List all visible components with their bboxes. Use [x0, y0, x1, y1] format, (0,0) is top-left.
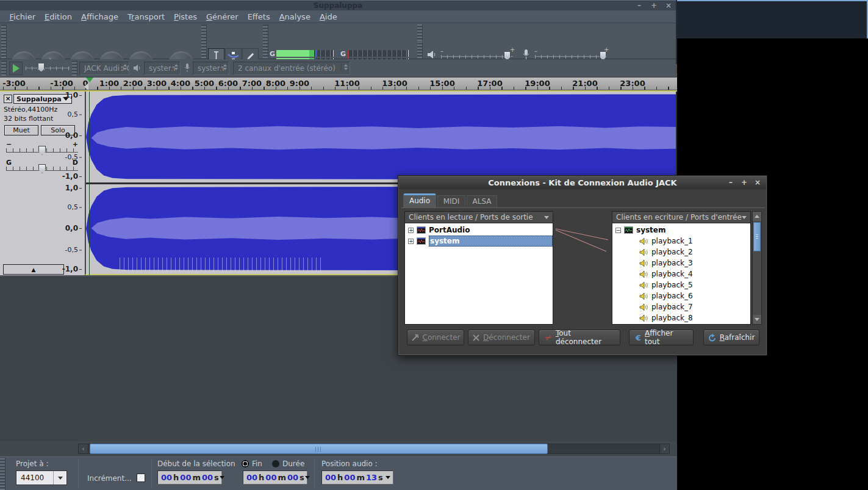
deconnecter-button[interactable]: Déconnecter [468, 330, 535, 345]
tree-row-system-in[interactable]: − system [612, 225, 750, 236]
time-digit: 00 [202, 473, 213, 482]
tree-row-playback_6[interactable]: playback_6 [612, 290, 750, 301]
dialog-scrollbar-thumb[interactable] [753, 222, 761, 251]
dialog-scroll-up-button[interactable] [753, 212, 761, 221]
selection-end-field[interactable]: 00h00m00s [243, 470, 307, 485]
tree-row-playback_4[interactable]: playback_4 [612, 268, 750, 279]
time-field-arrow-icon[interactable] [305, 476, 310, 479]
dialog-scroll-down-button[interactable] [753, 315, 761, 324]
time-digit: 13 [366, 473, 377, 482]
expander-icon[interactable]: − [615, 228, 621, 233]
input-channels-combo[interactable]: 2 canaux d'entrée (stéréo) [233, 62, 350, 75]
readable-header-dropdown-icon [544, 216, 549, 219]
time-unit: m [192, 473, 201, 482]
playback-meter-grabber[interactable] [263, 24, 268, 58]
tree-row-playback_5[interactable]: playback_5 [612, 279, 750, 290]
ruler-label: 3:00 [147, 79, 167, 88]
selection-toolbar-grabber[interactable] [0, 458, 5, 490]
close-button[interactable]: × [662, 1, 675, 10]
writable-clients-header[interactable]: Clients en ecriture / Ports d'entrée [612, 212, 750, 223]
horizontal-scrollbar-thumb[interactable] [90, 444, 548, 454]
radio-duration[interactable]: Durée [272, 459, 304, 468]
snap-label: Incrément... [87, 474, 132, 483]
waveform-channel-1[interactable] [86, 92, 676, 182]
jack-maximize-button[interactable]: + [737, 176, 751, 189]
connecter-button[interactable]: Connecter [407, 330, 464, 345]
gain-thumb[interactable] [38, 146, 46, 155]
scroll-left-button[interactable]: ‹ [78, 444, 88, 454]
timeline-ruler[interactable]: -3:00-1:0001:002:003:004:005:006:007:008… [0, 77, 677, 90]
transcription-grabber[interactable] [1, 60, 7, 76]
mixer-grabber[interactable] [417, 24, 423, 41]
transport-grabber[interactable] [1, 24, 7, 58]
radio-duration-icon[interactable] [272, 460, 279, 467]
readable-clients-tree[interactable]: Clients en lecture / Ports de sortie + P… [404, 211, 553, 325]
time-digit: 00 [246, 473, 257, 482]
menu-pistes[interactable]: Pistes [170, 12, 202, 21]
tree-row-playback_7[interactable]: playback_7 [612, 301, 750, 312]
menu-edition[interactable]: Edition [40, 12, 77, 21]
expander-icon[interactable]: + [408, 239, 414, 244]
radio-end[interactable]: Fin [242, 459, 262, 468]
radio-end-icon[interactable] [242, 460, 249, 467]
device-grabber[interactable] [72, 60, 77, 76]
audio-position-field[interactable]: 00h00m13s [321, 470, 393, 485]
readable-clients-header[interactable]: Clients en lecture / Ports de sortie [405, 212, 553, 223]
time-field-arrow-icon[interactable] [386, 476, 390, 479]
refresh-icon [708, 334, 716, 342]
menu-affichage[interactable]: Affichage [76, 12, 123, 21]
jack-dialog-title: Connexions - Kit de Connexion Audio JACK [488, 178, 676, 187]
tab-alsa[interactable]: ALSA [467, 195, 497, 207]
playback-speed-slider[interactable] [26, 64, 70, 73]
menu-aide[interactable]: Aide [315, 12, 342, 21]
tree-row-playback_3[interactable]: playback_3 [612, 258, 750, 268]
snap-checkbox[interactable] [137, 474, 145, 482]
menu-effets[interactable]: Effets [243, 12, 274, 21]
dialog-scrollbar[interactable] [752, 211, 762, 325]
track-collapse-button[interactable]: ▲ [3, 264, 64, 275]
tab-midi[interactable]: MIDI [437, 195, 465, 207]
time-field-arrow-icon[interactable] [220, 476, 224, 479]
rafraichir-button[interactable]: Rafraîchir [703, 330, 759, 345]
host-combo[interactable]: JACK Audio Co [79, 62, 129, 75]
jack-dialog-titlebar[interactable]: Connexions - Kit de Connexion Audio JACK [399, 176, 766, 189]
scroll-right-button[interactable]: › [659, 444, 670, 454]
minimize-button[interactable]: – [633, 1, 645, 10]
tree-row-playback_2[interactable]: playback_2 [612, 247, 750, 258]
menu-fichier[interactable]: Fichier [5, 12, 40, 21]
menu-transport[interactable]: Transport [123, 12, 170, 21]
track-close-button[interactable]: × [4, 95, 12, 103]
tree-row-portaudio[interactable]: + PortAudio [405, 225, 553, 236]
project-rate-combo[interactable]: 44100 [16, 470, 67, 485]
tab-audio[interactable]: Audio [403, 193, 436, 207]
menu-generer[interactable]: Générer [201, 12, 243, 21]
tree-row-playback_8[interactable]: playback_8 [612, 312, 750, 323]
menu-analyse[interactable]: Analyse [274, 12, 315, 21]
playback-speed-thumb[interactable] [38, 63, 45, 72]
input-device-combo[interactable]: system [193, 62, 229, 75]
output-device-combo[interactable]: system [144, 62, 181, 75]
title-bar[interactable]: Suppaluppa – + × [0, 0, 676, 10]
selected-client[interactable]: system [429, 236, 553, 247]
pan-thumb[interactable] [38, 164, 46, 173]
playhead-marker-icon[interactable] [86, 77, 93, 82]
edit-grabber[interactable] [417, 42, 423, 58]
writable-clients-tree[interactable]: Clients en ecriture / Ports d'entrée − s… [612, 211, 751, 325]
tools-grabber[interactable] [201, 24, 207, 58]
jack-close-button[interactable]: × [751, 176, 764, 189]
jack-minimize-button[interactable]: – [724, 176, 737, 189]
playback-meter-bar-left[interactable] [276, 50, 334, 57]
mute-button[interactable]: Muet [4, 125, 38, 135]
recording-meter-bar-left[interactable] [348, 50, 409, 57]
afficher-tout-button[interactable]: €Afficher tout [629, 330, 694, 345]
expander-icon[interactable]: + [408, 228, 414, 233]
tree-row-system-out[interactable]: + system [405, 236, 553, 247]
tree-row-playback_1[interactable]: playback_1 [612, 236, 750, 247]
tout-deconnecter-button[interactable]: ✂Tout déconnecter [539, 330, 620, 345]
time-digit: 00 [287, 473, 298, 482]
selection-start-field[interactable]: 00h00m00s [157, 470, 222, 485]
play-at-speed-button[interactable] [9, 62, 23, 75]
maximize-button[interactable]: + [648, 1, 660, 10]
ruler-label: 11:00 [334, 79, 359, 88]
background-window[interactable] [676, 0, 868, 38]
